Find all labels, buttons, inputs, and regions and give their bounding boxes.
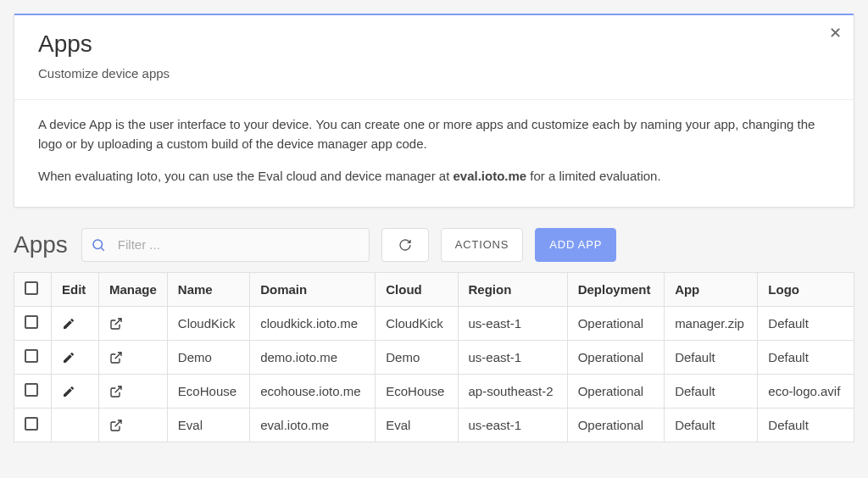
table-row: EcoHouseecohouse.ioto.meEcoHouseap-south… [14,374,854,408]
row-select-cell [14,340,52,374]
cell-name: CloudKick [167,306,249,340]
row-manage-cell [99,374,168,408]
cell-deployment: Operational [567,340,664,374]
row-manage-cell [99,306,168,340]
cell-cloud: CloudKick [376,306,458,340]
cell-logo: Default [758,306,854,340]
cell-logo: eco-logo.avif [758,374,854,408]
edit-icon[interactable] [62,383,75,397]
table-row: Demodemo.ioto.meDemous-east-1Operational… [14,340,854,374]
panel-title: Apps [38,31,830,58]
open-external-icon[interactable] [109,315,123,330]
table-row: Evaleval.ioto.meEvalus-east-1Operational… [14,408,854,442]
row-edit-cell [52,408,99,442]
row-select-cell [14,408,52,442]
cell-region: us-east-1 [458,306,567,340]
apps-table: Edit Manage Name Domain Cloud Region Dep… [14,272,854,442]
cell-region: us-east-1 [458,340,567,374]
filter-input[interactable] [116,236,360,253]
panel-body: A device App is the user interface to yo… [14,100,854,207]
row-edit-cell [52,340,99,374]
filter-field[interactable] [81,228,370,262]
header-app: App [665,272,758,306]
header-region: Region [458,272,567,306]
cell-logo: Default [758,408,854,442]
cell-name: Eval [167,408,249,442]
close-icon[interactable]: ✕ [829,25,842,41]
cell-region: us-east-1 [458,408,567,442]
cell-logo: Default [758,340,854,374]
search-icon [91,237,106,253]
row-checkbox[interactable] [25,349,38,363]
edit-icon[interactable] [62,349,75,364]
toolbar: Apps ACTIONS ADD APP [14,228,854,262]
cell-deployment: Operational [567,374,664,408]
refresh-button[interactable] [381,228,429,262]
cell-domain: ecohouse.ioto.me [250,374,376,408]
panel-paragraph-1: A device App is the user interface to yo… [38,115,830,153]
row-checkbox[interactable] [25,417,38,431]
cell-name: EcoHouse [167,374,249,408]
cell-cloud: Demo [376,340,458,374]
panel-subtitle: Customize device apps [38,66,830,81]
row-manage-cell [99,408,168,442]
header-name: Name [167,272,249,306]
select-all-checkbox[interactable] [25,281,38,295]
row-edit-cell [52,374,99,408]
cell-cloud: Eval [376,408,458,442]
row-manage-cell [99,340,168,374]
add-app-button[interactable]: ADD APP [535,228,616,262]
edit-icon[interactable] [62,315,75,330]
svg-line-1 [101,247,103,250]
cell-name: Demo [167,340,249,374]
row-checkbox[interactable] [25,315,38,329]
header-select [14,272,52,306]
cell-deployment: Operational [567,408,664,442]
table-header-row: Edit Manage Name Domain Cloud Region Dep… [14,272,854,306]
cell-app: Default [665,374,758,408]
svg-line-3 [115,353,121,358]
svg-line-4 [115,386,121,392]
header-edit: Edit [52,272,99,306]
svg-line-5 [115,420,121,426]
panel-paragraph-2: When evaluating Ioto, you can use the Ev… [38,167,830,186]
cell-app: manager.zip [665,306,758,340]
open-external-icon[interactable] [109,383,123,397]
cell-cloud: EcoHouse [376,374,458,408]
cell-region: ap-southeast-2 [458,374,567,408]
section-title: Apps [14,231,68,258]
cell-deployment: Operational [567,306,664,340]
info-panel: ✕ Apps Customize device apps A device Ap… [14,14,854,208]
row-edit-cell [52,306,99,340]
svg-line-2 [115,319,121,325]
open-external-icon[interactable] [109,349,123,364]
actions-button[interactable]: ACTIONS [441,228,523,262]
row-select-cell [14,306,52,340]
cell-domain: eval.ioto.me [250,408,376,442]
table-row: CloudKickcloudkick.ioto.meCloudKickus-ea… [14,306,854,340]
refresh-icon [398,238,412,252]
header-domain: Domain [250,272,376,306]
header-deployment: Deployment [567,272,664,306]
cell-app: Default [665,340,758,374]
cell-domain: demo.ioto.me [250,340,376,374]
row-checkbox[interactable] [25,383,38,397]
open-external-icon[interactable] [109,417,123,431]
header-manage: Manage [99,272,168,306]
svg-point-0 [93,240,103,249]
header-cloud: Cloud [376,272,458,306]
header-logo: Logo [758,272,854,306]
cell-app: Default [665,408,758,442]
row-select-cell [14,374,52,408]
eval-host: eval.ioto.me [453,169,526,183]
panel-header: Apps Customize device apps [14,15,854,100]
cell-domain: cloudkick.ioto.me [250,306,376,340]
